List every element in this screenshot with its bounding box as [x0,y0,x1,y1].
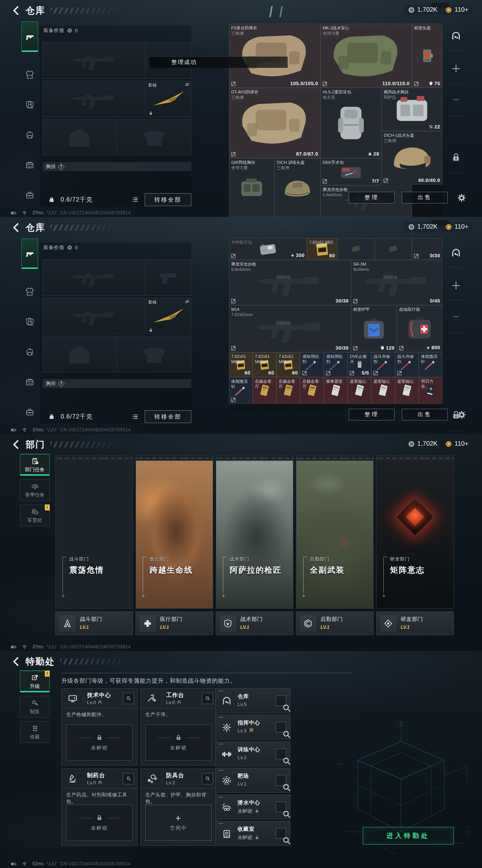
item-精密护甲[interactable]: 精密护甲120 [351,305,397,352]
money-balance[interactable]: 1,702K [408,223,438,231]
inspect-button[interactable] [276,802,286,812]
item-蓝室核心[interactable]: 蓝室核心 [348,377,371,404]
transfer-all-button[interactable]: 转移全部 [145,410,191,423]
item-服务器室[interactable]: 服务器室 [324,377,348,404]
chest-rig-bar[interactable]: 胸挂 ? [43,379,191,388]
item-7.62x51 M62[interactable]: 7.62x51 M6260 [276,352,300,377]
item-DICH 训练头盔[interactable]: DICH 训练头盔三角洲 [275,158,320,217]
gold-balance[interactable]: 110+ [445,223,468,231]
inspect-button[interactable] [123,693,134,704]
settings-gear-icon[interactable] [456,193,467,203]
item-总裁会客厅[interactable]: 总裁会客厅 [276,377,300,404]
primary-weapon-slot-2[interactable] [43,81,145,117]
sidebar-tab-pistol-icon[interactable] [21,21,38,52]
gold-balance[interactable]: 110+ [445,440,468,448]
expand-plus-icon[interactable] [450,280,462,291]
sidebar-tab-vest-icon[interactable] [21,63,38,87]
inspect-button[interactable] [202,693,213,704]
back-icon[interactable] [13,223,20,232]
tab-部门任务[interactable]: 部门任务 [20,454,50,476]
expand-plus-icon[interactable] [450,63,462,74]
item-总裁会客厅[interactable]: 总裁会客厅 [300,377,324,404]
item-SR-3M[interactable]: SR-3M9x39mm0/45 [351,260,442,305]
back-icon[interactable] [13,440,20,449]
pistol-slot[interactable] [146,259,191,296]
tab-赛季任务[interactable]: 赛季任务 [20,479,50,501]
item-战斗兴奋剂[interactable]: 战斗兴奋剂 [395,352,419,377]
department-card-医疗部门[interactable]: 医疗部门跨越生命线 [136,455,213,609]
item-DEK手术包[interactable]: DEK手术包7/7 [320,158,381,185]
headwear-slot[interactable] [43,119,116,155]
item-HLS-2重型背包[interactable]: HLS-2重型背包哈夫克28 [320,88,381,158]
sidebar-tab-cards-icon[interactable] [21,310,38,334]
item-体能激活针[interactable]: 体能激活针 [229,377,253,404]
facility-card-防具台[interactable]: 防具台Lv.2生产头盔、护甲、胸挂和背包。+空闲中 [140,769,217,846]
inspect-button[interactable] [276,695,286,706]
item-腾龙突击步枪[interactable]: 腾龙突击步枪5.8x42mm30/30 [229,260,351,305]
department-level-bar-战斗部门[interactable]: 战斗部门LV.1 [55,611,133,635]
item-蓝室核心[interactable]: 蓝室核心 [395,377,419,404]
money-balance[interactable]: 1,702K [408,440,438,448]
building-row-指挥中心[interactable]: 指挥中心Lv.3 [215,715,290,740]
sidebar-tab-vest-icon[interactable] [21,280,38,304]
sidebar-tab-case-icon[interactable] [21,183,38,207]
safebox-tab-icon[interactable] [450,248,462,259]
tab-收藏[interactable]: 收藏 [20,721,50,743]
item-7.62x51 M62[interactable]: 7.62x51 M6260 [229,352,253,377]
inspect-button[interactable] [276,775,286,785]
inspect-button[interactable] [123,773,134,784]
gold-balance[interactable]: 110+ [445,6,468,14]
facility-card-工作台[interactable]: 工作台Lv.0生产子弹。未解锁 [140,688,217,766]
item-精密头盔[interactable]: 精密头盔75 [412,24,442,88]
department-level-bar-医疗部门[interactable]: 医疗部门LV.1 [136,611,213,635]
sidebar-tab-case-icon[interactable] [21,400,38,424]
primary-weapon-slot-2[interactable] [43,298,145,334]
safebox-tab-icon[interactable] [450,31,462,42]
department-card-研发部门[interactable]: 研发部门矩阵意志 [376,455,454,609]
item-FS复合防弹衣[interactable]: FS复合防弹衣三角洲105.0/105.0 [229,24,320,88]
chest-rig-bar[interactable]: 胸挂 ? [43,162,191,171]
item-感知强化剂[interactable]: 感知强化剂 [324,352,348,377]
department-card-后勤部门[interactable]: 后勤部门全副武装 [296,455,374,609]
inspect-button[interactable] [276,722,286,732]
item-户外医疗包[interactable]: 户外医疗包+350 [229,238,307,260]
sidebar-tab-backpack-icon[interactable] [21,123,38,147]
facility-card-技术中心[interactable]: 技术中心Lv.0生产枪械和配件。未解锁 [61,688,137,766]
facility-card-制药台[interactable]: 制药台Lv.0生产药品、针剂和维修工具包。未解锁 [61,769,137,846]
sidebar-tab-cards-icon[interactable] [21,93,38,117]
collapse-icon[interactable] [450,94,462,105]
inspect-button[interactable] [202,773,213,784]
idle-slot-box[interactable]: +空闲中 [145,805,212,841]
primary-weapon-slot-1[interactable] [43,259,145,296]
item-cell[interactable] [337,238,375,260]
item-蓝室核心[interactable]: 蓝室核心 [371,377,395,404]
sell-button[interactable]: 出售 [402,409,448,420]
item-DICH-1战术头盔[interactable]: DICH-1战术头盔三角洲40.0/40.0 [381,131,442,185]
sidebar-tab-pistol-icon[interactable] [21,238,38,269]
department-card-战术部门[interactable]: 战术部门阿萨拉的枪匠 [216,455,293,609]
item-7.62x51 M62[interactable]: 7.62x51 M6260 [307,238,337,260]
item-战地医疗箱[interactable]: 战地医疗箱+800 [397,305,442,352]
list-view-button[interactable] [131,196,139,204]
item-GIR野战胸挂[interactable]: GIR野战胸挂全球力量 [229,158,275,217]
item-DVE止痛片[interactable]: DVE止痛片5/5 [348,352,371,377]
headwear-slot[interactable] [43,336,116,372]
sell-button[interactable]: 出售 [402,192,448,203]
sort-button[interactable]: 整理 [349,409,395,420]
item-明日方舟...[interactable]: 明日方舟... [419,377,442,404]
inspect-button[interactable] [276,749,286,759]
item-MK-2战术背心[interactable]: MK-2战术背心全球力量110.0/110.0 [320,24,412,88]
back-icon[interactable] [13,657,20,666]
transfer-all-button[interactable]: 转移全部 [145,193,191,206]
item-总裁会客厅[interactable]: 总裁会客厅 [253,377,276,404]
clothing-slot[interactable] [117,336,191,372]
collapse-icon[interactable] [450,311,462,322]
sort-button[interactable]: 整理 [349,192,395,203]
item-体能激活针[interactable]: 体能激活针 [419,352,442,377]
item-M14[interactable]: M147.62x51mm30/30 [229,305,351,352]
money-balance[interactable]: 1,702K [408,6,438,14]
enter-special-services-button[interactable]: 进入特勤处 [363,827,454,845]
department-level-bar-战术部门[interactable]: 战术部门LV.1 [216,611,293,635]
item-DT-AVS防弹衣[interactable]: DT-AVS防弹衣三角洲87.0/87.0 [229,88,320,158]
item-cell[interactable]: 0/30 [412,238,442,260]
